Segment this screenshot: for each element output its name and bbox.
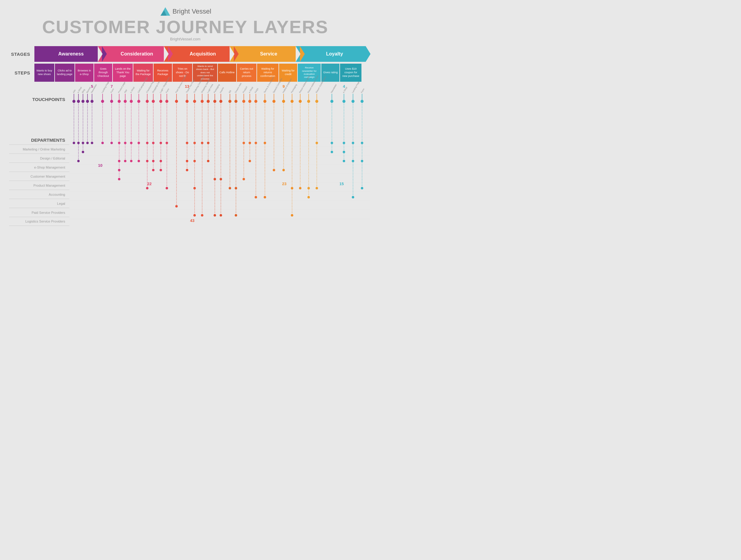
col-eshop3: e-Shop [248,86,254,162]
svg-text:15: 15 [339,181,344,186]
bottom-section: TOUCHPOINTS DEPARTMENTS Marketing / Onli… [9,85,361,226]
col-login-area: Login Area [207,84,214,162]
departments-col: DEPARTMENTS Marketing / Online Marketing… [9,138,69,226]
steps-container: Wants to buy new shoes Clicks ad to land… [35,64,361,82]
col-landing1: Landing Page [101,81,110,144]
svg-point-140 [201,214,203,217]
stage-loyalty: Loyalty [296,46,366,62]
svg-point-41 [111,142,113,144]
step-2: Clicks ad to landing page [55,64,75,82]
col-terms: Terms & Conditions [263,76,275,198]
col-eshop1: e-Shop [77,86,82,162]
col-bill: Bill [228,90,232,189]
stage-service: Service [229,46,299,62]
step-4: Goes through Checkout [94,64,113,82]
col-ads: Ads [72,89,76,144]
svg-point-107 [165,187,168,189]
col-speech: Speech Computer [272,78,283,171]
svg-point-255 [343,160,345,162]
dept-logistics: Logistics Service Providers [9,217,69,226]
page-wrapper: Bright Vessel CUSTOMER JOURNEY LAYERS Br… [0,0,370,235]
svg-point-59 [124,160,126,162]
col-form2: Form [165,88,170,189]
svg-point-206 [273,169,275,171]
col-return-addr-form: Return Address Form [307,75,319,198]
svg-point-161 [220,214,222,217]
col-order-conf: Ordering Confirmation [193,74,205,217]
svg-text:Form: Form [165,88,170,93]
step-11: Carries out return process [237,64,257,82]
svg-point-112 [175,205,178,208]
svg-point-35 [102,142,104,144]
svg-text:23: 23 [282,181,286,186]
svg-point-173 [235,214,237,217]
svg-point-154 [214,214,216,217]
col-form1: 7 Form [110,84,114,144]
col-eshop4: 4 e-Shop [342,84,348,162]
dept-design: Design / Editorial [9,154,69,163]
svg-point-133 [193,214,196,217]
svg-point-180 [243,178,245,180]
svg-point-219 [291,214,293,217]
svg-point-100 [159,169,162,171]
svg-point-19 [82,151,84,153]
step-16: Uses $19 coupon for new purchase [340,64,361,82]
svg-text:Landing Page: Landing Page [101,81,110,93]
svg-text:43: 43 [190,218,194,223]
col-form3: Form [360,88,365,189]
svg-point-245 [331,151,333,153]
col-inserts: Inserts [219,87,224,217]
svg-text:Form: Form [110,88,114,93]
col-banner: Banner [86,86,91,144]
svg-text:Login Area: Login Area [207,84,214,93]
svg-point-187 [249,160,251,162]
stage-consideration: Consideration [98,46,168,62]
svg-point-231 [308,196,310,198]
svg-text:Ads: Ads [72,89,76,93]
col-blog: Blog [81,89,86,153]
col-newsletter2: Newsletter [330,84,337,153]
svg-point-194 [255,196,257,198]
dept-legal: Legal [9,199,69,208]
col-product-page: Product page [118,81,126,180]
svg-text:Packaging: Packaging [290,84,297,93]
dept-customer: Customer Management [9,172,69,181]
stages-row: STAGES Awareness Consideration Acquisiti… [9,46,361,62]
dept-marketing: Marketing / Online Marketing [9,145,69,154]
chart-area: .tp-label-text { font-size: 7px; fill: #… [69,85,370,226]
svg-point-264 [352,196,354,198]
svg-text:Inserts: Inserts [219,87,224,93]
col-drivers-note: Drivers note [234,82,242,217]
left-label-col: TOUCHPOINTS DEPARTMENTS Marketing / Onli… [9,85,69,226]
svg-point-52 [118,178,120,180]
svg-text:Newsletter: Newsletter [330,84,337,93]
col-faqs: FAQs [254,87,259,198]
col-packaging2: Packaging [290,84,297,217]
dept-accounting: Accounting [9,190,69,199]
stage-awareness: Awareness [35,46,102,62]
svg-text:Bill: Bill [228,90,232,93]
col-shopping-cart: Shopping Cart [152,81,160,171]
main-title: CUSTOMER JOURNEY LAYERS [42,18,328,36]
col-eshop2: e-Shop [130,86,135,162]
svg-point-12 [77,160,80,162]
svg-point-30 [91,142,93,144]
svg-text:Landing Page: Landing Page [351,81,360,93]
col-app: App [124,89,128,162]
svg-point-201 [264,196,266,198]
dept-paid: Paid Service Providers [9,208,69,217]
step-5: Lands on the Thank You page [113,64,133,82]
svg-point-5 [73,142,75,144]
col-packaging1: Packaging [213,84,220,217]
col-newsletter1: 5 Newsletter [90,84,97,144]
svg-text:10: 10 [98,163,102,168]
dept-eshop: e-Shop Management [9,163,69,172]
svg-text:FAQs: FAQs [254,87,259,93]
step-12: Waiting for returns confirmation [257,64,278,82]
svg-point-166 [229,187,231,189]
col-gift-cat: Gift/Category Page [137,77,148,162]
svg-point-212 [282,169,285,171]
stage-acquisition: Acquisition [164,46,234,62]
steps-label: STEPS [9,70,30,75]
tp-columns: Ads e-Shop [72,74,365,217]
